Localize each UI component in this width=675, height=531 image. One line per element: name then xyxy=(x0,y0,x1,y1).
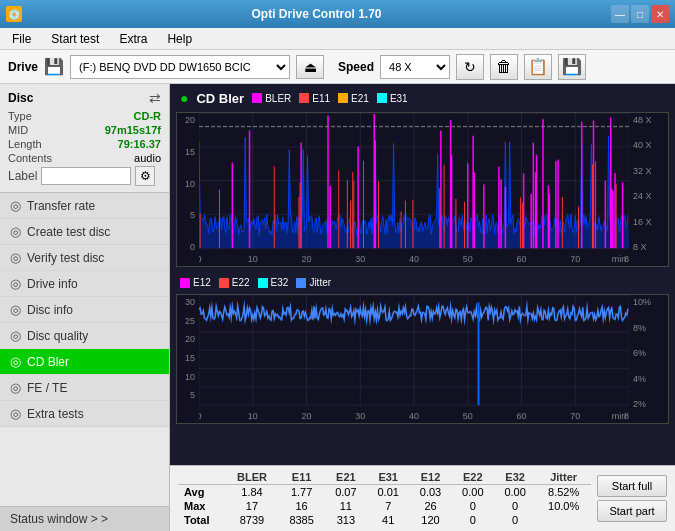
row-label-avg: Avg xyxy=(178,485,225,500)
maximize-button[interactable]: □ xyxy=(631,5,649,23)
avg-jitter: 8.52% xyxy=(536,485,591,500)
start-part-button[interactable]: Start part xyxy=(597,500,667,522)
nav-disc-info[interactable]: ◎ Disc info xyxy=(0,297,169,323)
chart2-header: E12 E22 E32 Jitter xyxy=(176,275,669,290)
start-full-button[interactable]: Start full xyxy=(597,475,667,497)
menu-start-test[interactable]: Start test xyxy=(43,30,107,48)
legend-jitter-label: Jitter xyxy=(309,277,331,288)
col-header-e22: E22 xyxy=(452,470,494,485)
menu-file[interactable]: File xyxy=(4,30,39,48)
extra-tests-icon: ◎ xyxy=(10,406,21,421)
legend-e21-color xyxy=(338,93,348,103)
legend-e22-color xyxy=(219,278,229,288)
avg-e32: 0.00 xyxy=(494,485,536,500)
disc-info-icon: ◎ xyxy=(10,302,21,317)
yr1-48x: 48 X xyxy=(633,115,659,125)
legend-jitter-color xyxy=(296,278,306,288)
close-button[interactable]: ✕ xyxy=(651,5,669,23)
chart1-y-axis: 20 15 10 5 0 xyxy=(177,113,199,266)
data-row-area: BLER E11 E21 E31 E12 E22 E32 Jitter xyxy=(178,470,667,527)
nav-create-test-disc-label: Create test disc xyxy=(27,225,110,239)
status-window-button[interactable]: Status window > > xyxy=(0,506,169,531)
row-label-total: Total xyxy=(178,513,225,527)
minimize-button[interactable]: — xyxy=(611,5,629,23)
y2-25: 25 xyxy=(177,316,195,326)
nav-disc-info-label: Disc info xyxy=(27,303,73,317)
save-button[interactable]: 💾 xyxy=(558,54,586,80)
titlebar: 💿 Opti Drive Control 1.70 — □ ✕ xyxy=(0,0,675,28)
refresh-button[interactable]: ↻ xyxy=(456,54,484,80)
app-icon: 💿 xyxy=(6,6,22,22)
copy-button[interactable]: 📋 xyxy=(524,54,552,80)
avg-e11: 1.77 xyxy=(279,485,325,500)
main-content: Disc ⇄ Type CD-R MID 97m15s17f Length 79… xyxy=(0,84,675,531)
disc-section-title: Disc xyxy=(8,91,33,105)
legend-e31-color xyxy=(377,93,387,103)
nav-drive-info-label: Drive info xyxy=(27,277,78,291)
col-header-bler: BLER xyxy=(225,470,278,485)
disc-expand-icon[interactable]: ⇄ xyxy=(149,90,161,106)
label-label: Label xyxy=(8,169,37,183)
legend-e31-label: E31 xyxy=(390,93,408,104)
chart1-legend: BLER E11 E21 E31 xyxy=(252,93,408,104)
contents-value: audio xyxy=(134,152,161,164)
yr2-2p: 2% xyxy=(633,399,659,409)
legend-e32: E32 xyxy=(258,277,289,288)
nav-extra-tests[interactable]: ◎ Extra tests xyxy=(0,401,169,427)
menu-help[interactable]: Help xyxy=(159,30,200,48)
nav-drive-info[interactable]: ◎ Drive info xyxy=(0,271,169,297)
nav-create-test-disc[interactable]: ◎ Create test disc xyxy=(0,219,169,245)
y2-15: 15 xyxy=(177,353,195,363)
yr2-4p: 4% xyxy=(633,374,659,384)
erase-button[interactable]: 🗑 xyxy=(490,54,518,80)
chart-area: ● CD Bler BLER E11 E21 xyxy=(170,84,675,465)
chart2-y-right-axis: 10% 8% 6% 4% 2% xyxy=(629,295,659,423)
drive-select[interactable]: (F:) BENQ DVD DD DW1650 BCIC xyxy=(70,55,290,79)
length-value: 79:16.37 xyxy=(118,138,161,150)
max-e32: 0 xyxy=(494,499,536,513)
stats-table: BLER E11 E21 E31 E12 E22 E32 Jitter xyxy=(178,470,591,527)
max-e21: 11 xyxy=(325,499,367,513)
nav-verify-test-disc[interactable]: ◎ Verify test disc xyxy=(0,245,169,271)
nav-cd-bler[interactable]: ◎ CD Bler xyxy=(0,349,169,375)
label-input[interactable] xyxy=(41,167,131,185)
drive-icon: 💾 xyxy=(44,57,64,76)
transfer-rate-icon: ◎ xyxy=(10,198,21,213)
table-row-total: Total 8739 8385 313 41 120 0 0 xyxy=(178,513,591,527)
nav-transfer-rate[interactable]: ◎ Transfer rate xyxy=(0,193,169,219)
legend-e32-label: E32 xyxy=(271,277,289,288)
y2-10: 10 xyxy=(177,372,195,382)
menu-extra[interactable]: Extra xyxy=(111,30,155,48)
table-row-avg: Avg 1.84 1.77 0.07 0.01 0.03 0.00 0.00 8… xyxy=(178,485,591,500)
max-jitter: 10.0% xyxy=(536,499,591,513)
total-e21: 313 xyxy=(325,513,367,527)
avg-e31: 0.01 xyxy=(367,485,409,500)
total-e22: 0 xyxy=(452,513,494,527)
speed-select[interactable]: 48 X xyxy=(380,55,450,79)
left-panel: Disc ⇄ Type CD-R MID 97m15s17f Length 79… xyxy=(0,84,170,531)
legend-e32-color xyxy=(258,278,268,288)
legend-e22: E22 xyxy=(219,277,250,288)
nav-fe-te[interactable]: ◎ FE / TE xyxy=(0,375,169,401)
max-e11: 16 xyxy=(279,499,325,513)
disc-quality-icon: ◎ xyxy=(10,328,21,343)
drive-info-icon: ◎ xyxy=(10,276,21,291)
chart1-container: 20 15 10 5 0 48 X 40 X 32 X 24 X 16 X 8 … xyxy=(176,112,669,267)
y1-10: 10 xyxy=(177,179,195,189)
label-icon-button[interactable]: ⚙ xyxy=(135,166,155,186)
nav-cd-bler-label: CD Bler xyxy=(27,355,69,369)
nav-fe-te-label: FE / TE xyxy=(27,381,67,395)
y1-15: 15 xyxy=(177,147,195,157)
total-e11: 8385 xyxy=(279,513,325,527)
fe-te-icon: ◎ xyxy=(10,380,21,395)
eject-button[interactable]: ⏏ xyxy=(296,55,324,79)
y1-0: 0 xyxy=(177,242,195,252)
col-header-jitter: Jitter xyxy=(536,470,591,485)
disc-section: Disc ⇄ Type CD-R MID 97m15s17f Length 79… xyxy=(0,84,169,193)
total-e12: 120 xyxy=(409,513,451,527)
table-row-max: Max 17 16 11 7 26 0 0 10.0% xyxy=(178,499,591,513)
avg-e21: 0.07 xyxy=(325,485,367,500)
yr2-6p: 6% xyxy=(633,348,659,358)
nav-disc-quality[interactable]: ◎ Disc quality xyxy=(0,323,169,349)
legend-e21: E21 xyxy=(338,93,369,104)
